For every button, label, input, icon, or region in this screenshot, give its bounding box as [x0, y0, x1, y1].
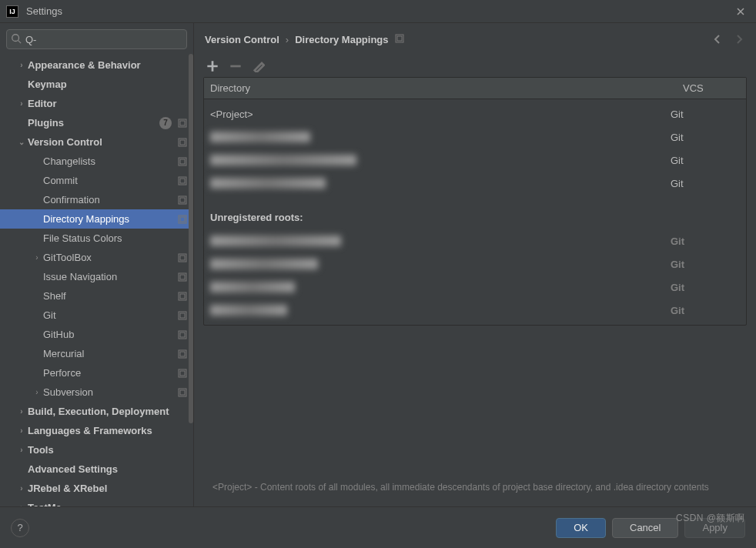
sidebar-item-jrebel-xrebel[interactable]: ›JRebel & XRebel: [0, 479, 193, 498]
ok-button[interactable]: OK: [556, 518, 606, 538]
titlebar: IJ Settings: [0, 0, 756, 23]
sidebar-item-label: Changelists: [43, 155, 176, 167]
expand-arrow-icon: ›: [15, 426, 28, 435]
col-directory[interactable]: Directory: [204, 78, 677, 99]
sidebar-item-changelists[interactable]: Changelists: [0, 152, 193, 171]
table-row[interactable]: <Project>Git: [204, 102, 746, 125]
sidebar-item-editor[interactable]: ›Editor: [0, 94, 193, 113]
remove-button[interactable]: [229, 60, 242, 72]
cell-vcs: Git: [671, 132, 740, 143]
project-scope-icon: [176, 329, 189, 341]
svg-rect-4: [180, 140, 185, 145]
expand-arrow-icon: ›: [15, 99, 28, 108]
help-button[interactable]: ?: [11, 519, 29, 537]
cell-directory: redacted path two longer: [210, 155, 671, 165]
settings-tree[interactable]: ›Appearance & BehaviorKeymap›EditorPlugi…: [0, 54, 193, 506]
expand-arrow-icon: ›: [15, 484, 28, 493]
sidebar-item-label: Appearance & Behavior: [28, 59, 189, 71]
nav-back-button[interactable]: [711, 33, 724, 45]
table-row[interactable]: redacted unreg fourGit: [204, 299, 746, 322]
sidebar-item-label: GitHub: [43, 329, 176, 340]
table-row[interactable]: redacted unreg one longerGit: [204, 229, 746, 252]
table-row[interactable]: redacted path two longerGit: [204, 149, 746, 172]
sidebar-item-gittoolbox[interactable]: ›GitToolBox: [0, 248, 193, 267]
table-body: <Project>Gitredacted path oneGitredacted…: [204, 99, 746, 198]
sidebar-item-label: GitToolBox: [43, 252, 176, 263]
svg-rect-14: [180, 256, 185, 260]
svg-rect-12: [180, 217, 185, 222]
sidebar-item-advanced-settings[interactable]: Advanced Settings: [0, 459, 193, 479]
mappings-toolbar: [203, 55, 747, 77]
sidebar-item-label: Confirmation: [43, 194, 176, 206]
table-row[interactable]: redacted path oneGit: [204, 125, 746, 149]
project-scope-icon: [176, 271, 189, 283]
col-vcs[interactable]: VCS: [677, 78, 746, 99]
project-scope-icon: [176, 309, 189, 322]
sidebar-item-label: Commit: [43, 175, 176, 186]
project-scope-icon: [176, 290, 189, 302]
expand-arrow-icon: ›: [15, 61, 28, 69]
svg-rect-30: [397, 36, 402, 41]
cell-vcs: Git: [671, 109, 740, 120]
project-scope-icon: [176, 213, 189, 226]
sidebar-item-issue-navigation[interactable]: Issue Navigation: [0, 267, 193, 286]
sidebar-item-file-status-colors[interactable]: File Status Colors: [0, 229, 193, 248]
cell-directory: redacted unreg one longer: [210, 236, 671, 246]
sidebar-item-label: Mercurial: [43, 348, 176, 359]
settings-search[interactable]: [6, 29, 187, 49]
search-input[interactable]: [6, 29, 187, 49]
project-scope-icon: [176, 175, 189, 187]
project-scope-icon: [176, 117, 189, 129]
edit-button[interactable]: [253, 60, 265, 72]
sidebar-item-languages-frameworks[interactable]: ›Languages & Frameworks: [0, 421, 193, 440]
sidebar-item-confirmation[interactable]: Confirmation: [0, 190, 193, 209]
sidebar-item-version-control[interactable]: ⌄Version Control: [0, 132, 193, 152]
cell-vcs: Git: [671, 259, 740, 270]
breadcrumb-root[interactable]: Version Control: [205, 34, 279, 45]
apply-button[interactable]: Apply: [684, 518, 745, 538]
expand-arrow-icon: ›: [15, 503, 28, 506]
sidebar-item-tools[interactable]: ›Tools: [0, 440, 193, 459]
sidebar-item-directory-mappings[interactable]: Directory Mappings: [0, 209, 193, 229]
project-scope-icon: [176, 155, 189, 168]
add-button[interactable]: [206, 60, 219, 72]
sidebar-item-testme[interactable]: ›TestMe: [0, 498, 193, 506]
table-row[interactable]: redacted path threeGit: [204, 172, 746, 195]
cancel-button[interactable]: Cancel: [612, 518, 678, 538]
sidebar-item-build-execution-deployment[interactable]: ›Build, Execution, Deployment: [0, 402, 193, 421]
sidebar-item-label: Build, Execution, Deployment: [28, 406, 189, 417]
sidebar-item-keymap[interactable]: Keymap: [0, 75, 193, 94]
cell-vcs: Git: [671, 305, 740, 316]
cell-vcs: Git: [671, 178, 740, 189]
sidebar-item-commit[interactable]: Commit: [0, 171, 193, 190]
sidebar-item-subversion[interactable]: ›Subversion: [0, 383, 193, 402]
cell-vcs: Git: [671, 236, 740, 247]
sidebar-item-appearance-behavior[interactable]: ›Appearance & Behavior: [0, 55, 193, 75]
breadcrumb: Version Control › Directory Mappings: [194, 23, 756, 55]
project-scope-icon: [176, 386, 189, 399]
svg-rect-18: [180, 294, 185, 299]
sidebar-item-label: Advanced Settings: [28, 463, 189, 475]
project-scope-icon: [395, 34, 404, 45]
sidebar-item-label: Version Control: [28, 136, 176, 148]
table-row[interactable]: redacted unreg two midGit: [204, 252, 746, 276]
sidebar-item-label: Subversion: [43, 386, 176, 398]
app-icon: IJ: [6, 5, 18, 18]
window-close-button[interactable]: [725, 0, 756, 23]
sidebar-item-git[interactable]: Git: [0, 306, 193, 325]
cell-directory: redacted path one: [210, 132, 671, 142]
svg-point-0: [12, 35, 19, 42]
sidebar-item-perforce[interactable]: Perforce: [0, 363, 193, 383]
nav-forward-button[interactable]: [733, 33, 745, 45]
expand-arrow-icon: ›: [15, 446, 28, 454]
project-scope-icon: [176, 367, 189, 379]
svg-rect-28: [180, 390, 185, 395]
sidebar-item-plugins[interactable]: Plugins7: [0, 113, 193, 132]
sidebar-item-mercurial[interactable]: Mercurial: [0, 344, 193, 363]
table-row[interactable]: redacted unreg threeGit: [204, 276, 746, 299]
sidebar-item-shelf[interactable]: Shelf: [0, 286, 193, 306]
dialog-buttons: ? OK Cancel Apply: [0, 506, 756, 548]
sidebar-item-label: Shelf: [43, 290, 176, 302]
sidebar-scrollbar[interactable]: [189, 54, 193, 500]
sidebar-item-github[interactable]: GitHub: [0, 325, 193, 344]
